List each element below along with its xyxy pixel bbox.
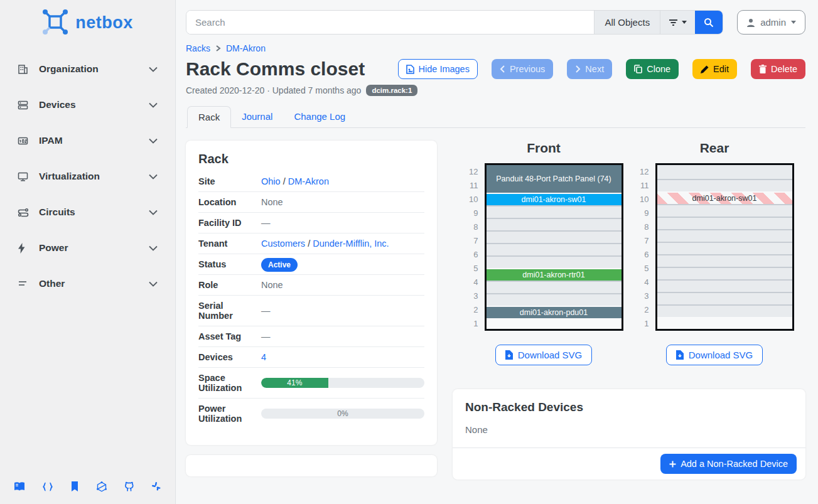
attr-value: Customers / Dunder-Mifflin, Inc. (261, 239, 424, 249)
rack-unit-11-empty (657, 179, 792, 191)
clone-button[interactable]: Clone (626, 59, 679, 79)
unit-number-7: 7 (635, 234, 649, 248)
rack-unit-4-empty (657, 267, 792, 279)
page-header: Rack Comms closet Hide Images Previous N… (186, 58, 805, 80)
api-journal-icon[interactable] (70, 481, 79, 491)
add-non-racked-device-button[interactable]: Add a Non-Racked Device (660, 454, 797, 474)
copy-icon (634, 65, 642, 73)
search-input[interactable] (186, 11, 594, 34)
rack-unit-1-empty (657, 304, 792, 317)
sidebar-item-power[interactable]: Power (14, 235, 161, 260)
sidebar-item-label: Organization (39, 63, 149, 75)
chevron-down-icon (149, 281, 158, 287)
unit-number-6: 6 (635, 248, 649, 262)
circuit-transit-icon (18, 208, 34, 217)
front-rack-diagram: Panduit 48-Port Patch Panel (74)dmi01-ak… (485, 163, 623, 331)
rack-attr-status: StatusActive (198, 254, 424, 274)
tab-journal[interactable]: Journal (231, 106, 283, 128)
sidebar-item-organization[interactable]: Organization (14, 56, 161, 82)
github-icon[interactable] (124, 481, 134, 492)
rack-unit-4-device[interactable]: dmi01-akron-rtr01 (487, 268, 622, 281)
chevron-right-icon (575, 65, 581, 73)
front-elevation-title: Front (527, 141, 561, 156)
sidebar-item-label: Circuits (39, 206, 149, 218)
sidebar-item-circuits[interactable]: Circuits (14, 200, 161, 225)
rest-api-braces-icon[interactable] (42, 482, 53, 491)
pencil-icon (701, 65, 709, 73)
attr-label: Asset Tag (198, 331, 261, 341)
customers-link[interactable]: Customers (261, 239, 305, 249)
sidebar-item-virtualization[interactable]: Virtualization (14, 164, 161, 189)
delete-button[interactable]: Delete (751, 59, 805, 79)
unit-numbers: 121110987654321 (635, 163, 649, 331)
image-file-icon (406, 65, 414, 74)
rack-attr-power-utilization: Power Utilization0% (198, 398, 424, 429)
rear-rack-diagram: dmi01-akron-sw01 (655, 163, 794, 331)
rack-unit-1-device[interactable]: dmi01-akron-pdu01 (487, 306, 622, 318)
graphql-icon[interactable] (97, 481, 107, 492)
created-updated-text: Created 2020-12-20 · Updated 7 months ag… (186, 85, 361, 95)
search-icon (704, 18, 714, 28)
chevron-down-icon (149, 67, 158, 72)
sidebar-item-other[interactable]: Other (14, 271, 161, 296)
lightning-icon (18, 243, 34, 254)
front-elevation: Front121110987654321Panduit 48-Port Patc… (459, 141, 628, 365)
search-submit-button[interactable] (695, 11, 723, 34)
rack-unit-12-device[interactable]: Panduit 48-Port Patch Panel (74) (487, 165, 622, 193)
ohio-link[interactable]: Ohio (261, 176, 281, 186)
hide-images-button[interactable]: Hide Images (398, 59, 478, 79)
rack-elevations: Front121110987654321Panduit 48-Port Patc… (453, 141, 805, 365)
next-button[interactable]: Next (567, 59, 612, 79)
rack-unit-10-device[interactable]: dmi01-akron-sw01 (487, 193, 622, 205)
rack-unit-2-empty (657, 292, 792, 304)
object-type-button[interactable]: All Objects (594, 11, 660, 34)
sidebar-item-devices[interactable]: Devices (14, 92, 161, 117)
4-link[interactable]: 4 (261, 352, 266, 362)
object-id-badge: dcim.rack:1 (366, 85, 417, 96)
edit-button[interactable]: Edit (692, 59, 737, 79)
caret-down-icon (682, 21, 687, 24)
unit-number-9: 9 (465, 206, 478, 220)
power-utilization-bar: 0% (261, 409, 424, 419)
slack-icon[interactable] (151, 481, 161, 491)
rack-info-panel: Rack SiteOhio / DM-AkronLocationNoneFaci… (186, 141, 437, 445)
main-area: All Objects admin (176, 0, 818, 504)
unit-number-3: 3 (635, 289, 649, 303)
sidebar-item-label: Virtualization (39, 171, 149, 182)
docs-book-icon[interactable] (14, 481, 25, 491)
breadcrumb-rack-link[interactable]: DM-Akron (226, 43, 266, 53)
plus-icon (669, 461, 676, 468)
dunder-mifflin-inc-link[interactable]: Dunder-Mifflin, Inc. (313, 239, 389, 249)
download-svg-front-button[interactable]: Download SVG (495, 345, 593, 365)
user-menu-button[interactable]: admin (737, 10, 805, 35)
file-download-icon (505, 350, 513, 360)
object-meta: Created 2020-12-20 · Updated 7 months ag… (186, 85, 805, 96)
rack-panel-title: Rack (198, 152, 424, 166)
sidebar-item-ipam[interactable]: IPAM (14, 128, 161, 153)
netbox-logo[interactable]: netbox (0, 0, 175, 43)
download-svg-rear-button[interactable]: Download SVG (666, 345, 763, 365)
sidebar-item-label: Power (39, 242, 149, 254)
rack-attr-site: SiteOhio / DM-Akron (198, 171, 424, 191)
dm-akron-link[interactable]: DM-Akron (288, 176, 329, 186)
server-icon (18, 100, 34, 110)
previous-button[interactable]: Previous (492, 59, 553, 79)
rack-unit-10-device[interactable]: dmi01-akron-sw01 (657, 191, 792, 204)
unit-number-1: 1 (465, 317, 478, 331)
attr-label: Facility ID (198, 218, 261, 228)
breadcrumb-racks-link[interactable]: Racks (186, 43, 210, 53)
tab-rack[interactable]: Rack (187, 106, 231, 128)
attr-value: Active (261, 259, 424, 269)
unit-number-11: 11 (465, 179, 478, 193)
breadcrumb: Racks DM-Akron (186, 43, 805, 53)
rack-unit-8-empty (657, 217, 792, 229)
search-filter-button[interactable] (660, 11, 695, 34)
rack-unit-2-empty (487, 293, 622, 306)
rack-unit-12-empty (657, 165, 792, 179)
tab-change-log[interactable]: Change Log (283, 106, 356, 128)
rack-unit-9-empty (487, 205, 622, 218)
unit-number-11: 11 (635, 179, 649, 193)
attr-label: Status (198, 259, 261, 269)
filter-icon (669, 19, 678, 26)
lines-icon (18, 280, 34, 287)
